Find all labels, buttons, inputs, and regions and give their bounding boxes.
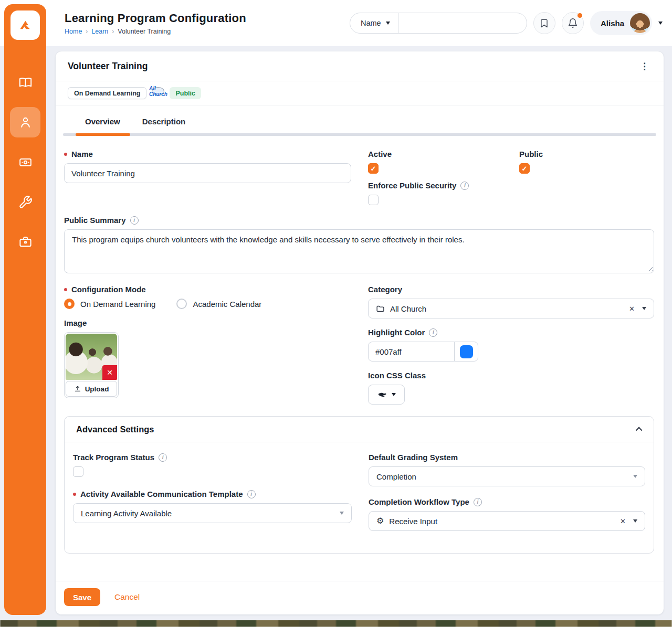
close-icon: ✕ <box>107 368 113 377</box>
chevron-down-icon <box>633 519 637 523</box>
info-icon[interactable]: i <box>247 490 256 498</box>
avatar <box>630 13 650 33</box>
sidebar-item-library[interactable] <box>10 67 40 98</box>
category-label: Category <box>368 285 402 294</box>
info-icon[interactable]: i <box>460 182 469 190</box>
category-picker[interactable]: All Church ✕ <box>368 299 654 318</box>
search-filter-dropdown[interactable]: Name <box>350 13 399 33</box>
sidebar-item-tools[interactable] <box>10 187 40 217</box>
category-badge: All Church <box>152 87 164 95</box>
page-title: Learning Program Configuration <box>65 12 246 25</box>
track-program-status-checkbox[interactable] <box>73 466 83 477</box>
completion-workflow-type-value: Receive Input <box>389 517 613 526</box>
enforce-public-security-checkbox[interactable] <box>368 195 379 205</box>
advanced-settings-title: Advanced Settings <box>76 424 154 434</box>
radio-unselected-icon <box>176 299 187 309</box>
completion-workflow-type-picker[interactable]: ⚙ Receive Input ✕ <box>369 511 645 531</box>
status-badge: On Demand Learning <box>68 87 146 99</box>
person-icon <box>18 115 33 130</box>
notification-dot <box>578 13 582 18</box>
category-value: All Church <box>390 304 622 313</box>
radio-label: On Demand Learning <box>80 300 155 309</box>
breadcrumb-home[interactable]: Home <box>65 28 82 35</box>
hands-helping-icon <box>377 390 387 400</box>
panel-options-kebab-icon[interactable]: ⋮ <box>637 60 652 73</box>
cancel-button[interactable]: Cancel <box>114 592 140 602</box>
active-checkbox[interactable]: ✓ <box>368 163 379 174</box>
search-input[interactable] <box>399 13 527 33</box>
breadcrumb-learn[interactable]: Learn <box>91 28 108 35</box>
info-icon[interactable]: i <box>474 498 482 506</box>
background-photo-strip <box>0 620 672 627</box>
bookmark-icon <box>539 18 549 28</box>
icon-css-class-picker[interactable] <box>368 385 405 405</box>
chevron-down-icon <box>386 22 390 25</box>
required-marker <box>73 493 76 496</box>
configuration-mode-radio-group: On Demand Learning Academic Calendar <box>64 299 351 309</box>
icon-css-class-label: Icon CSS Class <box>368 371 426 380</box>
folder-icon <box>376 304 385 313</box>
completion-workflow-type-label: Completion Workflow Type <box>369 497 469 506</box>
check-icon: ✓ <box>371 165 376 173</box>
global-search: Name <box>350 13 527 34</box>
clear-category-icon[interactable]: ✕ <box>627 305 637 313</box>
name-input[interactable] <box>64 163 351 183</box>
breadcrumb-separator: › <box>112 28 114 35</box>
form-actions: Save Cancel <box>56 581 664 614</box>
sidebar-item-finance[interactable] <box>10 147 40 177</box>
content-area: Volunteer Training ⋮ On Demand Learning … <box>0 46 672 620</box>
active-tab-indicator <box>76 133 130 136</box>
wrench-icon <box>18 195 33 209</box>
advanced-settings-toggle[interactable]: Advanced Settings <box>65 417 654 442</box>
briefcase-icon <box>18 235 33 249</box>
clear-workflow-icon[interactable]: ✕ <box>618 517 628 525</box>
public-label: Public <box>519 150 543 158</box>
chevron-down-icon <box>392 393 396 396</box>
save-button[interactable]: Save <box>64 588 100 606</box>
program-image-thumbnail: ✕ <box>66 334 117 380</box>
advanced-settings-panel: Advanced Settings Track Program Status i <box>64 416 654 554</box>
default-grading-system-label: Default Grading System <box>369 453 458 462</box>
check-icon: ✓ <box>522 165 528 173</box>
info-icon[interactable]: i <box>130 216 139 225</box>
communication-template-select[interactable]: Learning Activity Available <box>73 503 352 523</box>
tab-description[interactable]: Description <box>142 117 186 126</box>
info-icon[interactable]: i <box>159 453 167 462</box>
highlight-color-label: Highlight Color <box>368 328 425 337</box>
panel-title: Volunteer Training <box>68 61 148 72</box>
public-summary-textarea[interactable]: This program equips church volunteers wi… <box>64 229 654 273</box>
radio-academic-calendar[interactable]: Academic Calendar <box>176 299 261 309</box>
color-swatch-button[interactable] <box>454 342 478 361</box>
tab-bar: Overview Description <box>56 105 664 126</box>
profile-menu[interactable]: Alisha <box>590 11 652 35</box>
sidebar-item-workplace[interactable] <box>10 227 40 257</box>
highlight-color-value[interactable]: #007aff <box>369 342 454 361</box>
tab-overview[interactable]: Overview <box>85 117 120 126</box>
public-checkbox[interactable]: ✓ <box>519 163 530 174</box>
app-logo[interactable] <box>10 10 40 40</box>
upload-button[interactable]: Upload <box>66 381 117 397</box>
default-grading-system-select[interactable]: Completion <box>369 466 645 486</box>
book-open-icon <box>18 76 33 90</box>
radio-selected-icon <box>64 299 75 309</box>
top-bar: Learning Program Configuration Home › Le… <box>0 0 672 46</box>
badge-row: On Demand Learning All Church Public <box>56 81 664 105</box>
radio-on-demand-learning[interactable]: On Demand Learning <box>64 299 155 309</box>
name-label: Name <box>71 150 93 158</box>
public-badge: Public <box>170 87 201 99</box>
public-summary-label: Public Summary <box>64 216 126 225</box>
bell-icon <box>568 18 578 28</box>
breadcrumb: Home › Learn › Volunteer Training <box>65 28 246 35</box>
remove-image-button[interactable]: ✕ <box>102 365 117 380</box>
chevron-down-icon <box>642 307 646 310</box>
profile-chevron-down-icon[interactable] <box>658 22 663 25</box>
rock-logo-icon <box>15 15 35 35</box>
chevron-up-icon <box>636 427 643 434</box>
bookmark-button[interactable] <box>533 12 555 34</box>
upload-icon <box>74 385 81 392</box>
info-icon[interactable]: i <box>429 328 437 337</box>
sidebar-item-people[interactable] <box>10 107 40 137</box>
notifications-button[interactable] <box>562 12 584 34</box>
required-marker <box>64 153 67 156</box>
track-program-status-label: Track Program Status <box>73 453 154 462</box>
